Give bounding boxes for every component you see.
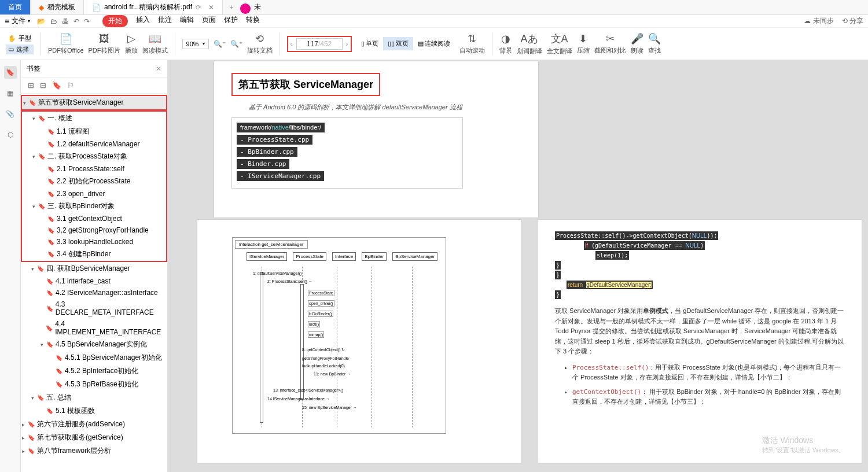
bookmark-item[interactable]: ▾🔖4.5 BpServiceManager实例化 bbox=[21, 338, 167, 351]
folder-icon[interactable]: 🗁 bbox=[50, 17, 57, 25]
list-item: getContextObject()： 用于获取 BpBinder 对象，对于 … bbox=[572, 387, 844, 407]
bookmark-item[interactable]: ▾🔖第五节获取ServiceManager bbox=[21, 95, 167, 110]
file-menu[interactable]: 文件 bbox=[12, 16, 25, 26]
tab-home[interactable]: 首页 bbox=[0, 0, 31, 14]
play[interactable]: ▷播放 bbox=[125, 32, 138, 55]
close-icon[interactable]: ✕ bbox=[208, 3, 214, 12]
add-tab-button[interactable]: + bbox=[223, 0, 240, 14]
bookmark-item[interactable]: 🔖3.2 getStrongProxyForHandle bbox=[22, 224, 166, 236]
list-item: ProcessState::self()：用于获取 ProcessState 对… bbox=[572, 363, 844, 382]
bookmark-item[interactable]: 🔖4.4 IMPLEMENT_META_INTERFACE bbox=[21, 318, 167, 338]
zoom-select[interactable]: 90%▾ bbox=[182, 39, 209, 49]
menu-start[interactable]: 开始 bbox=[102, 15, 128, 27]
code-block: framework/native/libs/binder/ - ProcessS… bbox=[231, 117, 463, 189]
pin-icon[interactable]: ⟳ bbox=[196, 3, 201, 12]
tab-pdf[interactable]: 📄android fr...精编内核解析.pdf⟳✕ bbox=[84, 0, 223, 14]
menu-convert[interactable]: 转换 bbox=[246, 15, 260, 27]
readmode[interactable]: 📖阅读模式 bbox=[142, 32, 168, 55]
bookmark-item[interactable]: 🔖5.1 模板函数 bbox=[21, 404, 167, 418]
view-continuous[interactable]: ▤连续阅读 bbox=[413, 37, 455, 50]
open-icon[interactable]: 📂 bbox=[37, 17, 46, 25]
user-label: 未 bbox=[254, 2, 261, 12]
menu-edit[interactable]: 编辑 bbox=[180, 15, 194, 27]
zoom-in-icon[interactable]: 🔍⁺ bbox=[230, 40, 242, 48]
bookmark-item[interactable]: 🔖2.1 ProcessState::self bbox=[22, 163, 166, 175]
screenshot[interactable]: ✂截图和对比 bbox=[594, 32, 626, 55]
compress[interactable]: ⬇压缩 bbox=[577, 32, 590, 55]
bookmark-icon[interactable]: 🔖 bbox=[4, 66, 17, 79]
next-page-icon[interactable]: › bbox=[346, 40, 348, 48]
redo-icon[interactable]: ↷ bbox=[84, 17, 90, 25]
share[interactable]: ⟲ 分享 bbox=[842, 16, 863, 26]
bookmark-item[interactable]: 🔖3.1 getContextObject bbox=[22, 213, 166, 224]
attachment-icon[interactable]: 📎 bbox=[4, 108, 17, 120]
bookmark-item[interactable]: ▸🔖第八节framework层分析 bbox=[21, 444, 167, 458]
undo-icon[interactable]: ↶ bbox=[73, 17, 79, 25]
print-icon[interactable]: 🖶 bbox=[62, 17, 69, 25]
watermark: 激活 Windows 转到"设置"以激活 Windows。 bbox=[762, 436, 845, 455]
bookmark-item[interactable]: 🔖3.3 lookupHandleLocked bbox=[22, 236, 166, 248]
bookmark-item[interactable]: ▸🔖第六节注册服务(addService) bbox=[21, 418, 167, 431]
bookmark-item[interactable]: ▾🔖二. 获取ProcessState对象 bbox=[22, 150, 166, 163]
hand-tool[interactable]: ✋ 手型 bbox=[6, 34, 34, 43]
close-panel-icon[interactable]: ✕ bbox=[156, 65, 161, 73]
menu-annotate[interactable]: 批注 bbox=[158, 15, 172, 27]
pdf-page: 第五节获取 ServiceManager 基于 Android 6.0 的源码剖… bbox=[214, 61, 538, 217]
rotate[interactable]: ⟲旋转文档 bbox=[247, 32, 273, 55]
bookmark-item[interactable]: 🔖4.5.1 BpServiceManager初始化 bbox=[21, 351, 167, 364]
notsync[interactable]: ☁ 未同步 bbox=[804, 16, 833, 26]
select-tool[interactable]: ▭ 选择 bbox=[6, 45, 34, 54]
bookmark-flag-icon[interactable]: ⚐ bbox=[67, 81, 74, 90]
linetr[interactable]: Aあ划词翻译 bbox=[517, 32, 542, 56]
search[interactable]: 🔍查找 bbox=[648, 32, 661, 55]
avatar[interactable] bbox=[240, 3, 251, 14]
bookmark-item[interactable]: 🔖4.1 interface_cast bbox=[21, 275, 167, 287]
bg[interactable]: ◑背景 bbox=[499, 32, 512, 55]
autoscroll[interactable]: ⇅自动滚动 bbox=[459, 32, 485, 55]
outline-icon[interactable]: ⬡ bbox=[4, 128, 17, 141]
bookmark-item[interactable]: 🔖4.5.3 BpRefBase初始化 bbox=[21, 378, 167, 391]
pdf-page: ProcessState::self()->getContextObject(N… bbox=[538, 220, 862, 463]
pdf2office[interactable]: 📄PDF转Office bbox=[48, 32, 84, 55]
collapse-all-icon[interactable]: ⊟ bbox=[40, 81, 46, 90]
bookmark-item[interactable]: 🔖4.5.2 BpInterface初始化 bbox=[21, 364, 167, 378]
view-double[interactable]: ▯▯双页 bbox=[383, 37, 413, 50]
view-single[interactable]: ▯单页 bbox=[356, 37, 383, 50]
bookmark-add-icon[interactable]: 🔖 bbox=[52, 81, 61, 90]
bookmark-item[interactable]: ▾🔖五. 总结 bbox=[21, 391, 167, 404]
pdf2img[interactable]: 🖼PDF转图片 bbox=[89, 33, 120, 55]
subtitle: 基于 Android 6.0 的源码剖析，本文详细地讲解 defaultServ… bbox=[249, 103, 521, 112]
bookmark-item[interactable]: ▾🔖四. 获取BpServiceManager bbox=[21, 262, 167, 275]
sequence-diagram: interaction get_servicemanager IServiceM… bbox=[232, 237, 446, 434]
paragraph: 获取 ServiceManager 对象采用单例模式，当 gDefaultSer… bbox=[555, 306, 844, 357]
bookmark-item[interactable]: 🔖1.2 defaultServiceManager bbox=[22, 138, 166, 150]
expand-all-icon[interactable]: ⊞ bbox=[28, 81, 34, 90]
readaloud[interactable]: 🎤朗读 bbox=[631, 32, 643, 55]
bookmark-item[interactable]: ▸🔖第七节获取服务(getService) bbox=[21, 431, 167, 444]
page-input[interactable]: 117/452 bbox=[296, 38, 343, 50]
prev-page-icon[interactable]: ‹ bbox=[290, 40, 293, 48]
menu-icon[interactable]: ≡ bbox=[5, 17, 9, 26]
bookmark-item[interactable]: 🔖3.4 创建BpBinder bbox=[22, 248, 166, 261]
bookmark-item[interactable]: ▾🔖三. 获取BpBinder对象 bbox=[22, 200, 166, 213]
bookmark-item[interactable]: 🔖2.2 初始化ProcessState bbox=[22, 175, 166, 188]
pdf-page: interaction get_servicemanager IServiceM… bbox=[197, 220, 521, 463]
menu-protect[interactable]: 保护 bbox=[224, 15, 238, 27]
bookmark-item[interactable]: ▾🔖一. 概述 bbox=[22, 112, 166, 125]
fulltr[interactable]: 文A全文翻译 bbox=[547, 32, 572, 56]
bookmark-item[interactable]: 🔖4.2 IServiceManager::asInterface bbox=[21, 287, 167, 298]
bookmark-item[interactable]: 🔖1.1 流程图 bbox=[22, 125, 166, 138]
thumbnail-icon[interactable]: ▦ bbox=[4, 87, 17, 99]
section-title: 第五节获取 ServiceManager bbox=[231, 73, 380, 96]
bookmark-item[interactable]: 🔖4.3 DECLARE_META_INTERFACE bbox=[21, 298, 167, 318]
menu-insert[interactable]: 插入 bbox=[136, 15, 150, 27]
zoom-out-icon[interactable]: 🔍⁻ bbox=[214, 40, 226, 48]
tab-template[interactable]: ◆稻壳模板 bbox=[31, 0, 84, 14]
panel-title: 书签 bbox=[27, 64, 156, 73]
bookmark-item[interactable]: 🔖2.3 open_driver bbox=[22, 188, 166, 200]
menu-page[interactable]: 页面 bbox=[202, 15, 216, 27]
